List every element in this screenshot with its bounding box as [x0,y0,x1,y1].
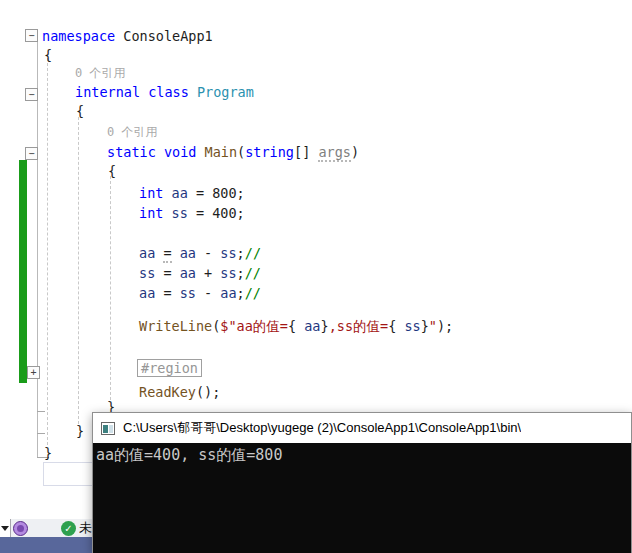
code-token: internal [75,84,140,100]
code-token: ; [237,265,245,281]
zoom-dropdown[interactable] [0,519,11,537]
code-token [189,84,197,100]
code-token: ReadKey [139,384,196,400]
code-token: = [155,285,179,301]
code-token: aa的值= [237,318,288,334]
indent-guide [78,117,80,424]
code-token [172,245,180,261]
outline-end-tick [37,433,45,434]
line-expr-2[interactable]: ss = aa + ss;// [139,266,261,281]
code-token: // [245,285,261,301]
editor-bottom-toolbar: 未 [0,519,92,537]
code-token: $" [220,318,236,334]
code-token [156,144,164,160]
code-token: + [196,265,220,281]
code-token: aa [180,245,196,261]
document-health-check-icon[interactable] [61,521,76,536]
outline-end-tick [37,411,45,412]
code-token: { [44,47,52,63]
line-int-ss[interactable]: int ss = 400; [139,206,245,221]
code-token: aa [180,265,196,281]
console-app-icon [101,422,115,435]
code-token [163,205,171,221]
code-token [140,84,148,100]
code-token: ; [237,245,245,261]
console-titlebar[interactable]: C:\Users\郁哥哥\Desktop\yugege (2)\ConsoleA… [93,413,631,443]
code-token: ss [396,318,420,334]
document-health-text: 未 [79,519,92,537]
code-token: } [76,423,84,439]
code-token: void [164,144,197,160]
fold-toggle-icon[interactable]: + [27,366,40,379]
codelens-references[interactable]: 0 个引用 [107,125,157,139]
code-token: (); [196,384,220,400]
console-output-area[interactable]: aa的值=400, ss的值=800 [93,443,631,553]
code-token: namespace [42,28,115,44]
code-token: aa [220,285,236,301]
quick-actions-icon[interactable] [13,521,28,536]
code-token: args [318,144,351,162]
line-open-brace-class[interactable]: { [76,104,84,119]
code-token: ss [180,285,196,301]
code-token: " [429,318,437,334]
line-int-aa[interactable]: int aa = 800; [139,186,245,201]
line-expr-3[interactable]: aa = ss - aa;// [139,286,261,301]
line-expr-1[interactable]: aa = aa - ss;// [139,246,261,261]
change-tracking-bar [19,160,27,383]
code-token: #region [137,359,202,377]
console-output-line: aa的值=400, ss的值=800 [96,446,282,464]
code-token: aa [139,285,155,301]
line-open-brace-main[interactable]: { [108,164,116,179]
code-token: ,ss的值= [329,318,389,334]
code-token: } [44,445,52,461]
line-main-decl[interactable]: static void Main(string[] args) [107,145,359,160]
status-bar [0,537,92,553]
code-token: = 400; [188,205,245,221]
code-token [196,144,204,160]
code-token: ); [437,318,453,334]
code-token: { [288,318,296,334]
code-token: ) [351,144,359,160]
line-open-brace-namespace[interactable]: { [44,48,52,63]
code-token: - [196,285,220,301]
line-namespace[interactable]: namespace ConsoleApp1 [42,29,213,44]
code-token: ConsoleApp1 [115,28,213,44]
line-readkey[interactable]: ReadKey(); [139,385,220,400]
codelens-references[interactable]: 0 个引用 [75,66,125,80]
line-close-brace-namespace[interactable]: } [44,446,52,461]
code-token: ( [237,144,245,160]
code-token: int [139,205,163,221]
code-token: ss [220,265,236,281]
code-token: int [139,185,163,201]
indent-guide [110,176,112,400]
code-token: static [107,144,156,160]
code-token [163,185,171,201]
console-window[interactable]: C:\Users\郁哥哥\Desktop\yugege (2)\ConsoleA… [92,412,632,553]
code-token: ss [139,265,155,281]
code-token: WriteLine [139,318,212,334]
code-token: ss [220,245,236,261]
fold-toggle-icon[interactable]: − [25,88,38,101]
code-token: = [163,245,171,263]
code-token: } [421,318,429,334]
outline-margin-line [37,42,38,458]
code-token: Main [205,144,238,160]
code-token: [] [294,144,318,160]
chevron-down-icon [1,526,9,531]
code-token: aa [296,318,320,334]
code-token: } [320,318,328,334]
line-class-decl[interactable]: internal class Program [75,85,254,100]
vs-editor-screenshot: −−−+ namespace ConsoleApp1{internal clas… [0,0,632,553]
line-region[interactable]: #region [137,361,202,376]
code-token: { [76,103,84,119]
fold-toggle-icon[interactable]: − [25,147,38,160]
console-title: C:\Users\郁哥哥\Desktop\yugege (2)\ConsoleA… [123,419,521,437]
code-token: // [245,265,261,281]
code-token: // [245,245,261,261]
code-token: { [108,163,116,179]
line-close-brace-class[interactable]: } [76,424,84,439]
code-token: aa [172,185,188,201]
fold-toggle-icon[interactable]: − [25,29,38,42]
code-token: = 800; [188,185,245,201]
line-writeline[interactable]: WriteLine($"aa的值={ aa},ss的值={ ss}"); [139,319,453,334]
